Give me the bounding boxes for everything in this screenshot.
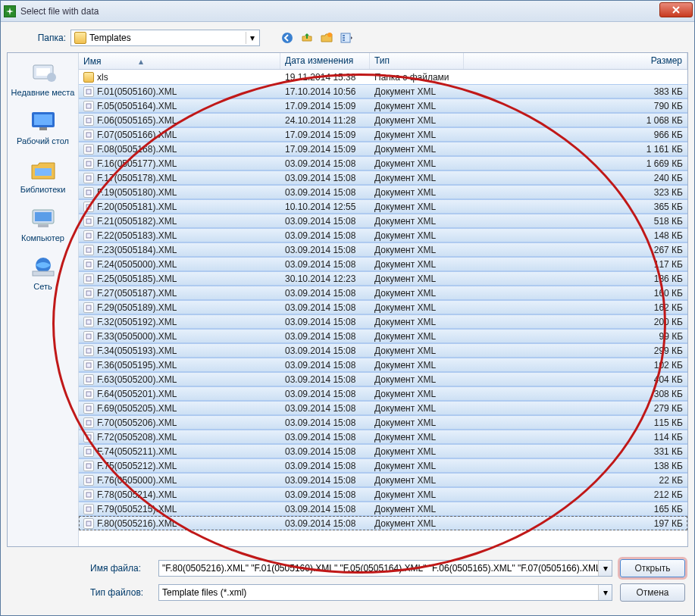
file-row[interactable]: F.72(0505208).XML03.09.2014 15:08Докумен… xyxy=(79,430,687,444)
file-icon xyxy=(83,216,94,227)
header-name[interactable]: Имя ▴ xyxy=(79,53,280,69)
file-row[interactable]: F.75(0505212).XML03.09.2014 15:08Докумен… xyxy=(79,458,687,473)
file-row[interactable]: F.24(0505000).XML03.09.2014 15:08Докумен… xyxy=(79,257,687,271)
file-row[interactable]: F.34(0505193).XML03.09.2014 15:08Докумен… xyxy=(79,343,687,358)
file-row[interactable]: F.76(0505000).XML03.09.2014 15:08Докумен… xyxy=(79,473,687,487)
chevron-down-icon[interactable]: ▾ xyxy=(598,561,612,576)
chevron-down-icon[interactable]: ▾ xyxy=(246,32,258,44)
svg-rect-19 xyxy=(86,104,91,108)
file-row[interactable]: F.16(0505177).XML03.09.2014 15:08Докумен… xyxy=(79,156,687,170)
svg-rect-4 xyxy=(343,37,345,39)
svg-rect-15 xyxy=(38,224,49,227)
file-row[interactable]: F.06(0505165).XML24.10.2014 11:28Докумен… xyxy=(79,113,687,127)
svg-rect-2 xyxy=(341,33,350,42)
svg-rect-39 xyxy=(86,392,91,396)
svg-rect-44 xyxy=(86,464,91,468)
svg-rect-5 xyxy=(343,39,345,41)
file-icon xyxy=(83,432,94,442)
file-icon xyxy=(83,475,94,486)
file-row[interactable]: F.33(0505000).XML03.09.2014 15:08Докумен… xyxy=(79,329,687,343)
file-icon xyxy=(83,518,94,529)
svg-rect-29 xyxy=(86,248,91,252)
file-row[interactable]: F.80(0505216).XML03.09.2014 15:08Докумен… xyxy=(79,516,687,530)
folder-label: Папка: xyxy=(30,33,66,43)
open-button[interactable]: Открыть xyxy=(620,559,685,577)
file-icon xyxy=(83,86,94,97)
file-row[interactable]: F.23(0505184).XML03.09.2014 15:08Докумен… xyxy=(79,242,687,257)
svg-rect-46 xyxy=(86,492,91,497)
file-icon xyxy=(83,144,94,155)
up-one-level-icon[interactable] xyxy=(299,30,315,45)
svg-rect-47 xyxy=(86,507,91,511)
file-row[interactable]: F.21(0505182).XML03.09.2014 15:08Докумен… xyxy=(79,214,687,228)
file-row[interactable]: F.22(0505183).XML03.09.2014 15:08Докумен… xyxy=(79,228,687,242)
svg-rect-43 xyxy=(86,449,91,454)
header-size[interactable]: Размер xyxy=(464,53,687,69)
file-row[interactable]: F.07(0505166).XML17.09.2014 15:09Докумен… xyxy=(79,127,687,142)
place-computer[interactable]: Компьютер xyxy=(9,205,77,242)
file-row[interactable]: F.29(0505189).XML03.09.2014 15:08Докумен… xyxy=(79,300,687,314)
file-list: Имя ▴ Дата изменения Тип Размер xls19.11… xyxy=(79,53,687,546)
header-type[interactable]: Тип xyxy=(370,53,464,69)
place-desktop[interactable]: Рабочий стол xyxy=(9,108,77,145)
file-row[interactable]: F.05(0505164).XML17.09.2014 15:09Докумен… xyxy=(79,98,687,113)
cancel-button[interactable]: Отмена xyxy=(620,583,685,602)
libs-icon xyxy=(27,156,59,183)
chevron-down-icon[interactable]: ▾ xyxy=(598,585,612,600)
file-dialog-window: Select file with data Папка: Templates ▾ xyxy=(0,0,695,616)
svg-rect-12 xyxy=(35,168,52,176)
view-menu-icon[interactable] xyxy=(339,30,354,45)
place-recent[interactable]: Недавние места xyxy=(9,59,77,97)
file-row[interactable]: F.20(0505181).XML10.10.2014 12:55Докумен… xyxy=(79,199,687,214)
file-icon xyxy=(83,158,94,169)
file-row[interactable]: F.78(0505214).XML03.09.2014 15:08Докумен… xyxy=(79,487,687,502)
svg-rect-27 xyxy=(86,219,91,224)
svg-rect-3 xyxy=(343,35,345,36)
file-row[interactable]: F.74(0505211).XML03.09.2014 15:08Докумен… xyxy=(79,444,687,458)
file-row[interactable]: F.17(0505178).XML03.09.2014 15:08Докумен… xyxy=(79,170,687,185)
new-folder-icon[interactable] xyxy=(319,30,334,45)
file-row[interactable]: F.63(0505200).XML03.09.2014 15:08Докумен… xyxy=(79,372,687,386)
file-icon xyxy=(83,173,94,183)
file-icon xyxy=(83,389,94,399)
svg-rect-11 xyxy=(39,127,47,130)
file-icon xyxy=(83,259,94,270)
file-row[interactable]: F.64(0505201).XML03.09.2014 15:08Докумен… xyxy=(79,386,687,401)
computer-icon xyxy=(27,205,59,232)
header-date[interactable]: Дата изменения xyxy=(280,53,370,69)
column-headers: Имя ▴ Дата изменения Тип Размер xyxy=(79,53,687,70)
filetype-combo[interactable]: Template files (*.xml) ▾ xyxy=(158,584,612,601)
file-row[interactable]: F.19(0505180).XML03.09.2014 15:08Докумен… xyxy=(79,185,687,199)
file-icon xyxy=(83,489,94,500)
file-row[interactable]: F.08(0505168).XML17.09.2014 15:09Докумен… xyxy=(79,142,687,156)
sort-arrow-icon: ▴ xyxy=(139,56,143,67)
svg-rect-28 xyxy=(86,233,91,238)
back-icon[interactable] xyxy=(280,30,295,45)
folder-combo-value: Templates xyxy=(89,33,131,43)
file-row[interactable]: F.32(0505192).XML03.09.2014 15:08Докумен… xyxy=(79,314,687,329)
file-icon xyxy=(83,288,94,299)
folder-combo[interactable]: Templates ▾ xyxy=(70,30,260,46)
file-row[interactable]: F.25(0505185).XML30.10.2014 12:23Докумен… xyxy=(79,271,687,286)
file-row[interactable]: F.01(0505160).XML17.10.2014 10:56Докумен… xyxy=(79,84,687,98)
place-network[interactable]: Сеть xyxy=(9,253,77,291)
close-button[interactable] xyxy=(659,2,693,17)
file-row[interactable]: F.36(0505195).XML03.09.2014 15:08Докумен… xyxy=(79,358,687,372)
file-rows[interactable]: xls19.11.2014 15:38Папка с файламиF.01(0… xyxy=(79,70,687,546)
svg-rect-10 xyxy=(34,114,52,125)
desktop-icon xyxy=(27,108,59,135)
svg-rect-42 xyxy=(86,435,91,439)
filetype-label: Тип файлов: xyxy=(90,587,151,598)
svg-rect-20 xyxy=(86,118,91,123)
file-row[interactable]: F.27(0505187).XML03.09.2014 15:08Докумен… xyxy=(79,286,687,300)
folder-row[interactable]: xls19.11.2014 15:38Папка с файлами xyxy=(79,70,687,84)
file-row[interactable]: F.79(0505215).XML03.09.2014 15:08Докумен… xyxy=(79,502,687,516)
file-icon xyxy=(83,245,94,255)
svg-point-8 xyxy=(47,73,56,82)
place-libs[interactable]: Библиотеки xyxy=(9,156,77,194)
file-icon xyxy=(83,187,94,198)
file-row[interactable]: F.69(0505205).XML03.09.2014 15:08Докумен… xyxy=(79,401,687,415)
filename-input[interactable]: "F.80(0505216).XML" "F.01(0505160).XML" … xyxy=(158,560,612,577)
filename-label: Имя файла: xyxy=(90,563,151,574)
file-row[interactable]: F.70(0505206).XML03.09.2014 15:08Докумен… xyxy=(79,415,687,430)
